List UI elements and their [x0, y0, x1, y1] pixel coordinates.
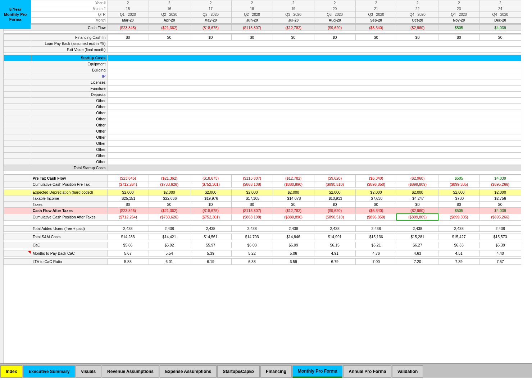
total-added-users-label: Total Added Users (free + paid): [31, 225, 107, 231]
year-label: Year #: [31, 0, 107, 6]
other-row-8: Other: [4, 140, 532, 147]
total-added-users-row: Total Added Users (free + paid) 2,438 2,…: [4, 225, 532, 231]
tab-revenue-label: Revenue Assumptions: [107, 369, 154, 374]
tab-annual-label: Annual Pro Forma: [349, 369, 386, 374]
tab-expense-assumptions[interactable]: Expense Assumptions: [160, 365, 217, 378]
months-payback-label: Months to Pay Back CaC: [31, 250, 107, 256]
other-row-9: Other: [4, 147, 532, 153]
exit-value-row: Exit Value (final month): [4, 47, 532, 53]
total-sm-costs-row: Total S&M Costs $14,283 $14,421 $14,561 …: [4, 234, 532, 240]
tab-visuals-label: visuals: [81, 369, 96, 374]
spreadsheet-area: 5-YearMonthly ProForma: [0, 0, 532, 378]
startup-costs-header-row: Startup Costs: [4, 55, 532, 61]
other-row-1: Other: [4, 98, 532, 104]
ltv-cac-label: LTV to CaC Ratio: [31, 258, 107, 264]
cashflow-label: Cash Flow: [31, 25, 107, 31]
header-year-row: Year # 2 2 2 2 2 2 2 2 2 2: [4, 0, 532, 6]
other-row-11: Other: [4, 159, 532, 165]
month-label: Month #: [31, 6, 107, 12]
col-year-1: 2: [107, 0, 149, 6]
furniture-row: Furniture: [4, 86, 532, 92]
pretax-cashflow-row: Pre Tax Cash Flow ($23,845) ($21,362) ($…: [4, 175, 532, 181]
ltv-cac-row: LTV to CaC Ratio 5.88 6.01 6.19 6.38 6.5…: [4, 258, 532, 264]
cumulative-pretax-label: Cumulative Cash Position Pre Tax: [31, 181, 107, 188]
pretax-label: Pre Tax Cash Flow: [31, 175, 107, 181]
other-row-6: Other: [4, 128, 532, 134]
ip-row: IP: [4, 73, 532, 79]
building-row: Building: [4, 67, 532, 73]
cash-flow-row: Cash Flow ($23,845) ($21,362) ($18,675) …: [4, 25, 532, 31]
cac-label: CaC: [31, 242, 107, 248]
header-monthname-row: Month Mar-20 Apr-20 May-20 Jun-20 Jul-20…: [4, 18, 532, 23]
exit-value-label: Exit Value (final month): [31, 47, 107, 53]
tab-financing-label: Financing: [266, 369, 286, 374]
total-startup-row: Total Startup Costs: [4, 165, 532, 171]
tab-expense-label: Expense Assumptions: [165, 369, 211, 374]
cac-row: CaC $5.86 $5.92 $5.97 $6.03 $6.09 $6.15 …: [4, 242, 532, 248]
licenses-row: Licenses: [4, 79, 532, 86]
financing-label: Financing Cash In: [31, 34, 107, 41]
loan-payback-label: Loan Pay Back (assumed exit in Y5): [31, 41, 107, 47]
tab-annual-pro-forma[interactable]: Annual Pro Forma: [343, 365, 391, 378]
tab-index-label: Index: [6, 369, 17, 374]
tab-exec-summary[interactable]: Executive Summary: [23, 365, 75, 378]
cashflow-after-label: Cash Flow After Taxes: [31, 208, 107, 214]
green-border-cell: ($899,809): [397, 214, 438, 220]
empty-5: [4, 220, 532, 225]
depreciation-row: Expected Depreciation (hard coded) $2,00…: [4, 189, 532, 195]
monthname-label: Month: [31, 18, 107, 23]
tab-monthly-label: Monthly Pro Forma: [298, 369, 337, 374]
header-qtr-row: QTR Q1 - 2020 Q2 - 2020 Q2 - 2020 Q2 - 2…: [4, 12, 532, 18]
cumulative-after-label: Cumulative Cash Position After Taxes: [31, 214, 107, 220]
startup-costs-header-label: Startup Costs: [31, 55, 107, 61]
cumulative-pretax-row: Cumulative Cash Position Pre Tax ($712,2…: [4, 181, 532, 188]
corner-text: 5-YearMonthly ProForma: [4, 7, 27, 22]
tab-index[interactable]: Index: [0, 365, 22, 378]
total-sm-costs-label: Total S&M Costs: [31, 234, 107, 240]
other-row-4: Other: [4, 116, 532, 122]
financing-cash-in-row: Financing Cash In $0 $0 $0 $0 $0 $0 $0 $…: [4, 34, 532, 41]
tab-startup-label: Startup&CapEx: [223, 369, 254, 374]
other-row-3: Other: [4, 110, 532, 116]
tab-revenue-assumptions[interactable]: Revenue Assumptions: [102, 365, 159, 378]
taxable-income-row: Taxable Income -$25,151 -$22,666 -$19,97…: [4, 195, 532, 202]
header-month-row: Month # 15 16 17 18 19 20 21 22 23 24: [4, 6, 532, 12]
deposits-row: Deposits: [4, 92, 532, 98]
qtr-label: QTR: [31, 12, 107, 18]
other-row-10: Other: [4, 153, 532, 159]
tab-financing[interactable]: Financing: [260, 365, 292, 378]
tab-exec-label: Executive Summary: [28, 369, 69, 374]
months-payback-row: Months to Pay Back CaC 5.67 5.54 5.39 5.…: [4, 250, 532, 256]
other-row-5: Other: [4, 122, 532, 128]
taxable-income-label: Taxable Income: [31, 195, 107, 202]
cumulative-after-taxes-row: Cumulative Cash Position After Taxes ($7…: [4, 214, 532, 220]
taxes-label: Taxes: [31, 202, 107, 208]
tab-validation-label: validation: [397, 369, 418, 374]
taxes-row: Taxes $0 $0 $0 $0 $0 $0 $0 $0 $0 $0: [4, 202, 532, 208]
other-row-7: Other: [4, 134, 532, 140]
empty-3: [4, 171, 532, 174]
tab-startup-capex[interactable]: Startup&CapEx: [217, 365, 260, 378]
cashflow-after-taxes-row: Cash Flow After Taxes ($23,845) ($21,362…: [4, 208, 532, 214]
equipment-row: Equipment: [4, 61, 532, 67]
tab-monthly-pro-forma[interactable]: Monthly Pro Forma: [292, 365, 342, 378]
tab-validation[interactable]: validation: [392, 365, 423, 378]
depreciation-label: Expected Depreciation (hard coded): [31, 189, 107, 195]
other-row-2: Other: [4, 104, 532, 110]
loan-payback-row: Loan Pay Back (assumed exit in Y5): [4, 41, 532, 47]
tab-visuals[interactable]: visuals: [76, 365, 101, 378]
main-spreadsheet: Year # 2 2 2 2 2 2 2 2 2 2 Month # 15 16…: [4, 0, 532, 265]
corner-label: 5-YearMonthly ProForma: [0, 0, 31, 29]
